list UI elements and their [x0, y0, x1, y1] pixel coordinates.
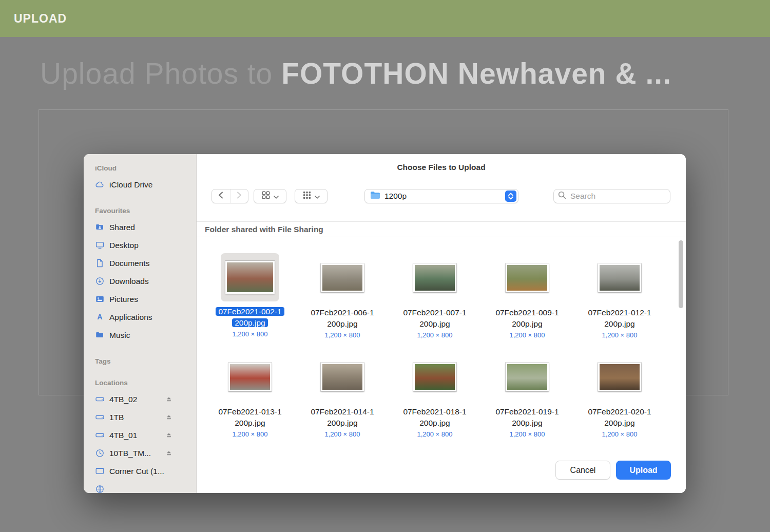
eject-icon[interactable] — [164, 395, 174, 404]
file-thumbnail[interactable] — [221, 253, 279, 301]
sidebar-section-title: Locations — [95, 378, 196, 387]
sidebar-item-label: iCloud Drive — [109, 180, 152, 189]
sidebar-item-label: 4TB_02 — [109, 395, 137, 404]
sidebar-section: FavouritesSharedDesktopDocumentsDownload… — [95, 206, 196, 344]
sidebar-item-shared[interactable]: Shared — [95, 218, 196, 236]
scrollbar-thumb[interactable] — [679, 240, 683, 308]
globe-icon — [95, 484, 105, 493]
sidebar-item-applications[interactable]: AApplications — [95, 308, 196, 326]
file-item[interactable]: 07Feb2021-007-1200p.jpg1,200 × 800 — [389, 253, 481, 339]
document-icon — [95, 258, 105, 268]
sidebar-item-label: Downloads — [109, 277, 149, 286]
drive-icon — [95, 430, 105, 440]
file-thumbnail[interactable] — [413, 352, 456, 402]
view-mode-icons-button[interactable] — [254, 189, 286, 203]
drive-icon — [95, 394, 105, 404]
search-input[interactable] — [569, 191, 659, 201]
file-picker-dialog: iCloudiCloud DriveFavouritesSharedDeskto… — [84, 154, 686, 493]
file-item[interactable]: 07Feb2021-014-1200p.jpg1,200 × 800 — [296, 352, 389, 438]
file-thumbnail-image — [321, 363, 364, 391]
file-item[interactable]: 07Feb2021-013-1200p.jpg1,200 × 800 — [204, 352, 296, 438]
sidebar-item-label: Documents — [109, 259, 149, 268]
file-thumbnail[interactable] — [228, 352, 272, 402]
file-thumbnail-image — [598, 263, 641, 292]
sidebar-item-downloads[interactable]: Downloads — [95, 272, 196, 290]
file-item[interactable]: 07Feb2021-020-1200p.jpg1,200 × 800 — [573, 352, 666, 438]
file-item[interactable]: 07Feb2021-009-1200p.jpg1,200 × 800 — [481, 253, 573, 339]
file-name: 07Feb2021-013-1200p.jpg — [218, 406, 281, 429]
file-name: 07Feb2021-006-1200p.jpg — [311, 307, 374, 330]
file-name: 07Feb2021-019-1200p.jpg — [495, 406, 559, 429]
file-name: 07Feb2021-002-1200p.jpg — [216, 306, 284, 329]
applications-icon: A — [95, 312, 105, 322]
eject-icon[interactable] — [164, 413, 174, 422]
forward-button[interactable] — [230, 189, 248, 203]
sidebar-item-documents[interactable]: Documents — [95, 254, 196, 272]
file-grid: 07Feb2021-002-1200p.jpg1,200 × 80007Feb2… — [197, 238, 679, 449]
file-name: 07Feb2021-009-1200p.jpg — [495, 307, 559, 330]
file-dimensions: 1,200 × 800 — [324, 331, 360, 339]
eject-icon[interactable] — [164, 449, 174, 458]
file-thumbnail-image — [598, 363, 641, 391]
app-header: UPLOAD — [0, 0, 770, 37]
file-item[interactable]: 07Feb2021-019-1200p.jpg1,200 × 800 — [481, 352, 573, 438]
file-thumbnail[interactable] — [321, 352, 364, 402]
file-thumbnail[interactable] — [413, 253, 456, 302]
file-thumbnail[interactable] — [321, 253, 364, 302]
sidebar-item-label: 4TB_01 — [109, 431, 137, 440]
view-mode-gallery-button[interactable] — [295, 189, 328, 203]
file-name: 07Feb2021-018-1200p.jpg — [403, 406, 466, 429]
sidebar-section-title: iCloud — [95, 163, 196, 173]
dialog-footer: Cancel Upload — [555, 461, 671, 480]
stepper-icon — [505, 191, 516, 202]
chevron-left-icon — [218, 192, 223, 201]
file-item[interactable]: 07Feb2021-018-1200p.jpg1,200 × 800 — [389, 352, 481, 438]
chevron-down-icon — [315, 192, 320, 201]
file-dimensions: 1,200 × 800 — [324, 430, 360, 438]
folder-shared-icon — [95, 222, 105, 232]
sidebar-item-label: Music — [109, 331, 130, 340]
back-button[interactable] — [212, 189, 230, 203]
sidebar-item-4tb-02[interactable]: 4TB_02 — [95, 390, 196, 408]
sidebar-item-corner-cut-1[interactable]: Corner Cut (1... — [95, 462, 196, 480]
sidebar-item-10tb-tm[interactable]: 10TB_TM... — [95, 444, 196, 462]
file-item[interactable]: 07Feb2021-012-1200p.jpg1,200 × 800 — [573, 253, 666, 339]
nav-buttons — [211, 189, 248, 203]
file-thumbnail[interactable] — [506, 253, 549, 302]
file-dimensions: 1,200 × 800 — [417, 331, 452, 339]
sidebar-item-pictures[interactable]: Pictures — [95, 290, 196, 308]
folder-dropdown[interactable]: 1200p — [364, 189, 518, 203]
sidebar-item[interactable] — [95, 480, 196, 493]
folder-icon — [370, 191, 380, 201]
file-item[interactable]: 07Feb2021-002-1200p.jpg1,200 × 800 — [204, 253, 296, 339]
sidebar-item-1tb[interactable]: 1TB — [95, 408, 196, 426]
upload-button[interactable]: Upload — [616, 461, 671, 480]
sidebar-item-4tb-01[interactable]: 4TB_01 — [95, 426, 196, 444]
file-dimensions: 1,200 × 800 — [232, 430, 267, 438]
file-thumbnail[interactable] — [506, 352, 549, 402]
sidebar-item-label: Pictures — [109, 295, 138, 304]
cancel-button[interactable]: Cancel — [555, 461, 610, 480]
sidebar-section-title: Tags — [95, 356, 196, 366]
sidebar-item-label: Corner Cut (1... — [109, 467, 164, 476]
sidebar-item-icloud-drive[interactable]: iCloud Drive — [95, 176, 196, 194]
app-header-title: UPLOAD — [14, 12, 67, 26]
grid-view-icon — [262, 191, 270, 201]
file-thumbnail-image — [413, 263, 456, 292]
download-icon — [95, 276, 105, 286]
sidebar-item-label: 10TB_TM... — [109, 449, 151, 458]
file-thumbnail[interactable] — [598, 253, 641, 302]
file-thumbnail-image — [413, 363, 456, 391]
sidebar-item-music[interactable]: Music — [95, 326, 196, 344]
file-name: 07Feb2021-014-1200p.jpg — [311, 406, 374, 429]
file-name: 07Feb2021-007-1200p.jpg — [403, 307, 466, 330]
sidebar-section: Tags — [95, 356, 196, 366]
file-thumbnail[interactable] — [598, 352, 641, 402]
sidebar-item-desktop[interactable]: Desktop — [95, 236, 196, 254]
sidebar-item-label: Applications — [109, 313, 152, 322]
search-box — [553, 189, 670, 203]
folder-dropdown-value: 1200p — [384, 192, 505, 201]
page-title: Upload Photos to FOTOTHON Newhaven & ... — [40, 56, 671, 90]
file-item[interactable]: 07Feb2021-006-1200p.jpg1,200 × 800 — [296, 253, 389, 339]
eject-icon[interactable] — [164, 431, 174, 440]
